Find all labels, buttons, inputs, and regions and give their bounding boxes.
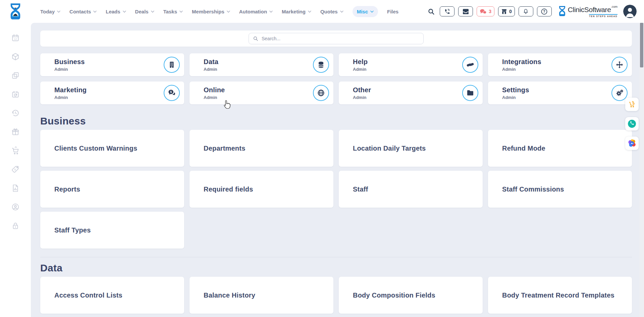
card-staff-types[interactable]: Staff Types bbox=[40, 212, 184, 249]
nav-item-leads[interactable]: Leads bbox=[106, 9, 126, 14]
category-subtitle: Admin bbox=[204, 67, 313, 72]
floating-actions: AI bbox=[625, 98, 639, 150]
scrollbar-thumb[interactable] bbox=[640, 23, 643, 67]
nav-label: Tasks bbox=[163, 9, 177, 14]
nav-item-memberships[interactable]: Memberships bbox=[192, 9, 230, 14]
hourglass-icon bbox=[9, 3, 22, 20]
category-subtitle: Admin bbox=[54, 67, 164, 72]
category-card-integrations[interactable]: Integrations Admin bbox=[488, 53, 632, 76]
search-box[interactable] bbox=[249, 33, 424, 44]
vertical-scrollbar[interactable] bbox=[639, 23, 644, 317]
card-title: Body Composition Fields bbox=[353, 292, 435, 299]
help-button[interactable]: ? bbox=[537, 6, 552, 16]
category-title: Help bbox=[353, 58, 462, 66]
category-card-other[interactable]: Other Admin bbox=[339, 82, 483, 104]
card-title: Refund Mode bbox=[502, 145, 545, 152]
nav-item-quotes[interactable]: Quotes bbox=[320, 9, 343, 14]
lock-icon[interactable] bbox=[11, 221, 20, 230]
copy-icon[interactable] bbox=[11, 71, 20, 80]
card-access-control-lists[interactable]: Access Control Lists bbox=[40, 277, 184, 314]
arrows-move-icon bbox=[611, 57, 628, 73]
card-reports[interactable]: Reports bbox=[40, 171, 184, 208]
nav-item-automation[interactable]: Automation bbox=[239, 9, 273, 14]
phone-volume-icon bbox=[444, 9, 450, 14]
history-icon[interactable] bbox=[11, 109, 20, 117]
chat-button[interactable]: 3 bbox=[477, 6, 494, 16]
svg-text:$: $ bbox=[170, 90, 172, 94]
header-actions: 3 0 ? bbox=[428, 5, 644, 18]
nav-item-deals[interactable]: Deals bbox=[135, 9, 154, 14]
nav-item-contacts[interactable]: Contacts bbox=[69, 9, 97, 14]
card-body-composition-fields[interactable]: Body Composition Fields bbox=[339, 277, 483, 314]
card-clients-custom-warnings[interactable]: Clients Custom Warnings bbox=[40, 130, 184, 167]
svg-text:$: $ bbox=[14, 168, 16, 171]
chevron-down-icon bbox=[340, 10, 343, 13]
category-title: Settings bbox=[502, 86, 611, 94]
category-grid: Business Admin Data Admin Help Admin bbox=[40, 53, 632, 104]
brand-hourglass-icon bbox=[558, 6, 566, 16]
ai-assistant-button[interactable]: AI bbox=[625, 137, 639, 150]
globe-icon bbox=[313, 85, 329, 101]
category-title: Online bbox=[204, 86, 313, 94]
category-card-help[interactable]: Help Admin bbox=[339, 53, 483, 76]
card-title: Access Control Lists bbox=[54, 292, 122, 299]
card-departments[interactable]: Departments bbox=[190, 130, 333, 167]
category-subtitle: Admin bbox=[502, 95, 611, 100]
search-icon bbox=[253, 36, 258, 41]
person-icon bbox=[623, 5, 637, 18]
category-card-data[interactable]: Data Admin bbox=[190, 53, 333, 76]
nav-item-today[interactable]: Today bbox=[40, 9, 60, 14]
cart-button[interactable] bbox=[625, 98, 639, 111]
brand-name: ClinicSoftware bbox=[568, 6, 611, 14]
card-staff-commissions[interactable]: Staff Commissions bbox=[488, 171, 632, 208]
nav-item-files[interactable]: Files bbox=[387, 9, 398, 14]
nav-item-tasks[interactable]: Tasks bbox=[163, 9, 183, 14]
category-card-business[interactable]: Business Admin bbox=[40, 53, 184, 76]
category-card-online[interactable]: Online Admin bbox=[190, 82, 333, 104]
nav-item-misc[interactable]: Misc bbox=[353, 6, 378, 17]
calendar-repeat-icon[interactable] bbox=[11, 90, 20, 99]
phone-button[interactable] bbox=[625, 117, 639, 130]
cart-icon[interactable] bbox=[11, 146, 20, 155]
category-card-settings[interactable]: Settings Admin bbox=[488, 82, 632, 104]
search-input[interactable] bbox=[262, 36, 419, 41]
category-title: Integrations bbox=[502, 58, 611, 66]
nav-label: Today bbox=[40, 9, 55, 14]
svg-text:?: ? bbox=[543, 9, 545, 13]
user-avatar[interactable] bbox=[623, 5, 637, 18]
category-title: Business bbox=[54, 58, 164, 66]
nav-item-marketing[interactable]: Marketing bbox=[282, 9, 311, 14]
nav-label: Quotes bbox=[320, 9, 338, 14]
search-icon[interactable] bbox=[428, 8, 435, 15]
card-staff[interactable]: Staff bbox=[339, 171, 483, 208]
nav-label: Contacts bbox=[69, 9, 91, 14]
phone-calls-button[interactable] bbox=[440, 6, 454, 16]
report-icon[interactable] bbox=[11, 184, 20, 193]
section-title-data: Data bbox=[40, 262, 632, 274]
nav-label: Memberships bbox=[192, 9, 224, 14]
nav-label: Misc bbox=[357, 9, 368, 14]
card-required-fields[interactable]: Required fields bbox=[190, 171, 333, 208]
chat-count-badge: 3 bbox=[489, 9, 491, 14]
card-balance-history[interactable]: Balance History bbox=[190, 277, 333, 314]
category-subtitle: Admin bbox=[54, 95, 164, 100]
price-tag-icon[interactable]: $ bbox=[11, 165, 20, 174]
nav-label: Marketing bbox=[282, 9, 306, 14]
account-icon[interactable] bbox=[11, 203, 20, 211]
calendar-icon[interactable]: 12 bbox=[11, 34, 20, 42]
notifications-button[interactable] bbox=[519, 6, 533, 16]
nav-label: Automation bbox=[239, 9, 267, 14]
inbox-button[interactable] bbox=[458, 6, 473, 16]
category-card-marketing[interactable]: Marketing Admin $ bbox=[40, 82, 184, 104]
cube-icon[interactable] bbox=[11, 52, 20, 61]
app-logo-icon[interactable] bbox=[0, 3, 31, 20]
card-body-treatment-record-templates[interactable]: Body Treatment Record Templates bbox=[488, 277, 632, 314]
store-button[interactable]: 0 bbox=[498, 6, 515, 16]
svg-text:12: 12 bbox=[14, 38, 17, 41]
gift-icon[interactable] bbox=[11, 127, 20, 136]
store-icon bbox=[501, 9, 507, 14]
nav-label: Leads bbox=[106, 9, 120, 14]
chevron-down-icon bbox=[151, 10, 154, 13]
card-refund-mode[interactable]: Refund Mode bbox=[488, 130, 632, 167]
card-location-daily-targets[interactable]: Location Daily Targets bbox=[339, 130, 483, 167]
